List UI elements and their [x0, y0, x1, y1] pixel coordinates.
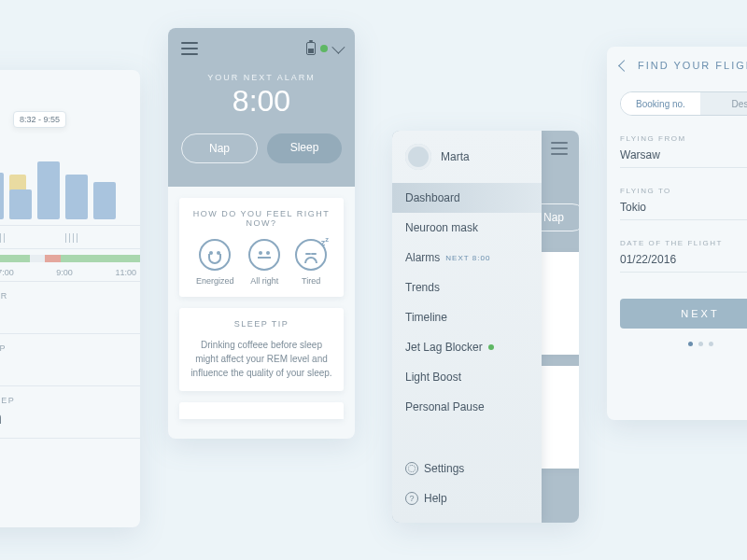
nav-help[interactable]: Help — [392, 483, 542, 513]
nav-light-boost[interactable]: Light Boost — [392, 362, 542, 392]
nav-trends[interactable]: Trends — [392, 273, 542, 302]
tip-body: Drinking coffeee before sleep might affe… — [189, 338, 334, 380]
feel-tired[interactable]: zz Tired — [295, 239, 327, 286]
user-row[interactable]: Marta — [392, 144, 542, 183]
menu-icon[interactable] — [181, 42, 198, 55]
quality-bar — [0, 255, 140, 262]
seg-destination[interactable]: Des — [700, 92, 747, 115]
nav-settings[interactable]: Settings — [392, 454, 542, 483]
neutral-face-icon — [248, 239, 280, 271]
tip-card: SLEEP TIP Drinking coffeee before sleep … — [179, 308, 344, 391]
battery-icon — [306, 42, 316, 55]
search-mode-toggle[interactable]: Booking no. Des — [620, 91, 747, 116]
nav-jetlag[interactable]: Jet Lag Blocker — [392, 332, 542, 362]
next-button[interactable]: NEXT — [620, 299, 747, 329]
flight-screen: FIND YOUR FLIGHT Booking no. Des FLYING … — [607, 47, 747, 420]
alarms-badge: NEXT 8:00 — [445, 254, 490, 262]
nav-neuroon-mask[interactable]: Neuroon mask — [392, 213, 542, 243]
nav-timeline[interactable]: Timeline — [392, 302, 542, 332]
tired-face-icon: zz — [295, 239, 327, 271]
home-screen: YOUR NEXT ALARM 8:00 Nap Sleep HOW DO YO… — [168, 28, 355, 439]
page-title: FIND YOUR FLIGHT — [638, 60, 747, 71]
flying-to-field[interactable]: FLYING TO Tokio — [620, 187, 747, 220]
audio-waveform — [0, 225, 140, 249]
chart-tooltip: 8:32 - 9:55 — [13, 111, 66, 128]
grin-face-icon — [199, 239, 231, 271]
card-stub — [179, 402, 344, 419]
user-name: Marta — [441, 150, 470, 163]
flying-from-field[interactable]: FLYING FROM Warsaw — [620, 134, 747, 168]
page-indicator — [620, 342, 747, 346]
next-alarm-time: 8:00 — [181, 84, 342, 119]
connected-dot-icon — [320, 45, 328, 52]
zz-icon: zz — [321, 235, 329, 247]
trends-screen: 016 8:32 - 9:55 5:00 — [0, 70, 140, 527]
next-alarm-label: YOUR NEXT ALARM — [181, 73, 342, 82]
x-axis-unit: am — [0, 279, 140, 294]
seg-booking[interactable]: Booking no. — [621, 92, 700, 115]
device-status[interactable] — [306, 42, 342, 55]
nav-dashboard[interactable]: Dashboard — [392, 183, 542, 213]
back-icon[interactable] — [618, 60, 630, 72]
x-axis: 5:00 7:00 9:00 11:00 — [0, 262, 140, 279]
avatar — [405, 144, 431, 170]
feel-card: HOW DO YOU FEEL RIGHT NOW? Energized All… — [179, 198, 344, 297]
feel-allright[interactable]: All right — [248, 239, 280, 286]
sleep-chart: 8:32 - 9:55 5:00 7:00 9:00 11:00 am — [0, 94, 140, 281]
stat-light: LIGHT SLEEP 2h 21m — [0, 386, 140, 439]
menu-icon[interactable] — [551, 142, 568, 155]
drawer-screen: Nap Marta Dashboard Neuroon mask Alarms … — [392, 131, 579, 523]
trends-date: 016 — [0, 70, 140, 94]
nav-alarms[interactable]: Alarms NEXT 8:00 — [392, 243, 542, 273]
chevron-down-icon — [331, 41, 345, 54]
flight-date-field[interactable]: DATE OF THE FLIGHT 01/22/2016 — [620, 239, 747, 273]
stat-rem: LEEP REM SLEEP 34% — [0, 334, 140, 386]
gear-icon — [405, 462, 418, 475]
active-dot-icon — [488, 344, 494, 350]
nap-button[interactable]: Nap — [181, 133, 258, 163]
feel-energized[interactable]: Energized — [196, 239, 234, 286]
sleep-button[interactable]: Sleep — [267, 133, 342, 163]
help-icon — [405, 492, 418, 505]
nav-drawer: Marta Dashboard Neuroon mask Alarms NEXT… — [392, 131, 542, 523]
nav-personal-pause[interactable]: Personal Pause — [392, 392, 542, 422]
stats-list: AWAKE FOR 33m LEEP REM SLEEP 34% LIGHT S… — [0, 281, 140, 439]
